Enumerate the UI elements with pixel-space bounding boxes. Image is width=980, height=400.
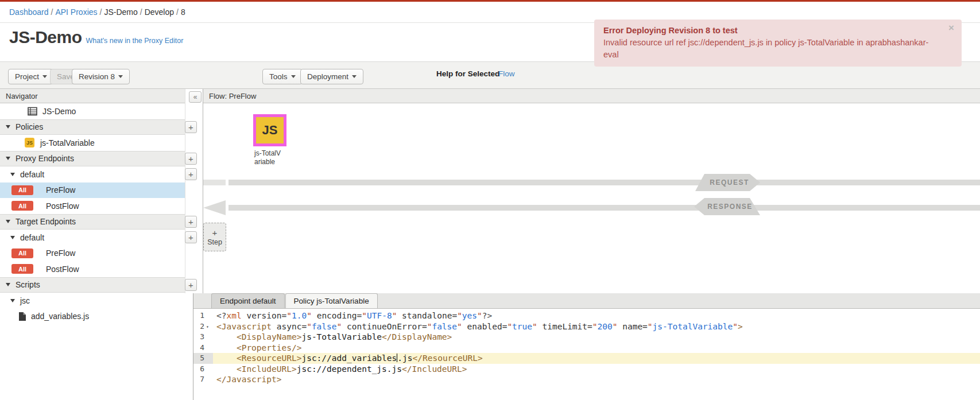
add-button[interactable]: + [185,216,197,228]
breadcrumb-separator: / [51,7,53,17]
nav-label-postflow: PostFlow [46,201,79,211]
revision-menu-label: Revision 8 [79,72,115,81]
line-number: 5 [193,353,206,364]
nav-label-preflow: PreFlow [46,248,75,258]
request-chevron: REQUEST [695,174,760,191]
navigator-title: Navigator [6,92,38,100]
file-icon [19,312,26,321]
js-policy-icon: JS [262,123,278,138]
nav-row-default[interactable]: default+ [0,166,202,182]
fold-spacer [206,310,213,321]
all-badge: All [11,264,33,274]
error-alert-title: Error Deploying Revision 8 to test [603,25,939,37]
title-row: JS-Demo What's new in the Proxy Editor [9,28,183,47]
nav-row-js-demo[interactable]: JS-Demo [0,103,202,119]
fold-spacer [206,343,213,354]
all-badge: All [11,185,33,195]
add-button[interactable]: + [185,153,197,165]
request-lane-stub [203,180,226,185]
add-button[interactable]: + [185,279,197,291]
nav-label-preflow: PreFlow [46,185,75,195]
code-line-2: 2▾<Javascript async="false" continueOnEr… [193,321,980,332]
project-menu-button[interactable]: Project [8,69,54,84]
nav-row-js-totalvariable[interactable]: JSjs-TotalVariable [0,135,202,151]
nav-row-preflow[interactable]: AllPreFlow [0,182,202,199]
navigator-rows: JS-DemoPolicies+JSjs-TotalVariableProxy … [0,103,202,324]
gutter-2: 2▾ [193,321,213,332]
plus-icon: + [212,228,218,238]
breadcrumb-item-js-demo: JS-Demo [104,7,137,17]
gutter-7: 7 [193,374,213,385]
flow-help-link[interactable]: Flow [498,69,515,78]
nav-label-policies: Policies [16,122,43,131]
line-number: 7 [193,374,206,385]
nav-row-default[interactable]: default+ [0,230,202,246]
breadcrumb: Dashboard/API Proxies/JS-Demo/Develop/8 [9,7,185,17]
nav-label-scripts: Scripts [16,280,40,289]
nav-label-js-totalvariable: js-TotalVariable [40,138,95,147]
breadcrumb-item-api-proxies[interactable]: API Proxies [55,7,97,17]
js-policy-label: js-TotalV ariable [254,149,295,166]
nav-label-target-endpoints: Target Endpoints [16,217,76,226]
nav-row-postflow[interactable]: AllPostFlow [0,198,202,214]
response-chevron: RESPONSE [694,198,760,215]
tab-endpoint-default[interactable]: Endpoint default [211,293,285,308]
revision-menu-button[interactable]: Revision 8 [72,69,130,84]
nav-row-add-variables-js[interactable]: add_variables.js [0,309,202,325]
whats-new-link[interactable]: What's new in the Proxy Editor [86,37,184,45]
add-button[interactable]: + [185,168,197,180]
tools-menu-button[interactable]: Tools [262,69,303,84]
caret-down-icon [10,236,15,239]
error-alert-message: Invalid resource url ref jsc://dependent… [603,37,939,61]
navigator-panel: Navigator « JS-DemoPolicies+JSjs-TotalVa… [0,89,202,400]
gutter-6: 6 [193,364,213,375]
nav-label-default: default [20,233,44,242]
nav-row-proxy-endpoints[interactable]: Proxy Endpoints+ [0,151,202,167]
project-menu-label: Project [15,72,39,81]
js-policy-node[interactable]: JS [253,114,286,146]
breadcrumb-item-develop: Develop [145,7,174,17]
line-number: 1 [193,310,206,321]
help-for-selected-label: Help for Selected [436,69,499,78]
add-button[interactable]: + [185,231,197,243]
code-editor-panel[interactable]: Endpoint defaultPolicy js-TotalVariable … [193,293,980,400]
js-badge: JS [25,138,34,147]
close-icon[interactable]: × [948,23,954,33]
nav-row-policies[interactable]: Policies+ [0,119,202,135]
caret-down-icon [291,75,296,78]
breadcrumb-item-dashboard[interactable]: Dashboard [9,7,49,17]
fold-spacer [206,332,213,343]
deployment-menu-button[interactable]: Deployment [300,69,363,84]
tab-policy-js-totalvariable[interactable]: Policy js-TotalVariable [285,293,378,308]
caret-down-icon [6,220,10,223]
fold-toggle-icon[interactable]: ▾ [206,321,213,332]
breadcrumb-separator: / [140,7,142,17]
caret-down-icon [352,75,357,78]
all-badge: All [11,248,33,258]
nav-label-default: default [20,170,44,179]
caret-down-icon [6,157,10,160]
nav-row-jsc[interactable]: jsc [0,293,202,309]
response-lane [228,205,980,211]
all-badge: All [11,201,33,211]
line-number: 4 [193,343,206,354]
top-red-bar [0,0,980,2]
nav-row-postflow[interactable]: AllPostFlow [0,261,202,277]
gutter-4: 4 [193,343,213,354]
nav-row-scripts[interactable]: Scripts+ [0,277,202,293]
flow-header: Flow: PreFlow [203,89,980,103]
code-text: <IncludeURL>jsc://dependent_js.js</Inclu… [213,364,980,375]
add-step-button[interactable]: + Step [203,223,226,251]
add-button[interactable]: + [185,121,197,133]
code-line-5: 5 <ResourceURL>jsc://add_variables.js</R… [193,353,980,364]
code-text: <ResourceURL>jsc://add_variables.js</Res… [213,353,980,364]
collapse-panel-button[interactable]: « [189,91,202,103]
gutter-1: 1 [193,310,213,321]
breadcrumb-separator: / [176,7,179,17]
nav-row-target-endpoints[interactable]: Target Endpoints+ [0,214,202,230]
nav-label-postflow: PostFlow [46,265,79,274]
nav-row-preflow[interactable]: AllPreFlow [0,246,202,262]
code-line-7: 7</Javascript> [193,374,980,385]
code-line-6: 6 <IncludeURL>jsc://dependent_js.js</Inc… [193,364,980,375]
tools-menu-label: Tools [269,72,288,81]
